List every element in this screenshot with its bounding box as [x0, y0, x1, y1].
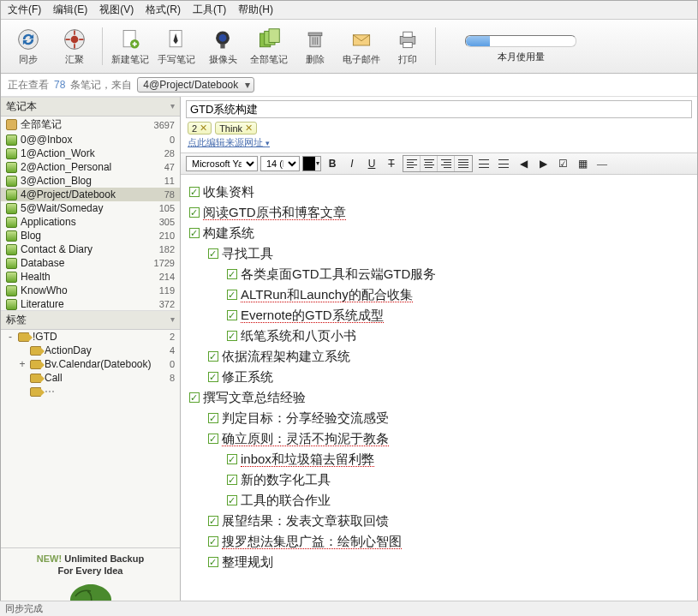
- outline-item[interactable]: 寻找工具: [208, 243, 689, 264]
- checkbox-icon[interactable]: [208, 536, 218, 547]
- align-center-button[interactable]: [421, 156, 438, 171]
- notebook-item[interactable]: 全部笔记3697: [1, 117, 180, 133]
- checkbox-icon[interactable]: [189, 187, 200, 197]
- print-button[interactable]: 打印: [385, 23, 430, 69]
- notebook-item[interactable]: Database1729: [1, 256, 180, 270]
- tag-item[interactable]: -!GTD2: [1, 330, 180, 344]
- tag-item[interactable]: ActionDay4: [1, 344, 180, 357]
- notebook-selector[interactable]: 4@Project/Datebook: [137, 77, 254, 93]
- email-button[interactable]: 电子邮件: [339, 23, 384, 69]
- notebook-item[interactable]: Blog210: [1, 229, 180, 242]
- checkbox-icon[interactable]: [227, 495, 237, 505]
- notebook-item[interactable]: 4@Project/Datebook78: [1, 188, 180, 201]
- align-justify-button[interactable]: [455, 156, 472, 171]
- checkbox-icon[interactable]: [189, 228, 200, 238]
- notebooks-header[interactable]: 笔记本▾: [1, 97, 180, 117]
- notebook-item[interactable]: 0@@Inbox0: [1, 133, 180, 147]
- tags-header[interactable]: 标签▾: [1, 310, 180, 330]
- outline-item[interactable]: Evernote的GTD系统成型: [227, 305, 689, 326]
- outline-item[interactable]: inbox和垃圾箱去留利弊: [227, 449, 689, 469]
- outline-item[interactable]: 收集资料: [189, 182, 689, 202]
- menu-tools[interactable]: 工具(T): [193, 3, 226, 17]
- outline-item[interactable]: ALTRun和Launchy的配合收集: [227, 284, 689, 305]
- note-title-input[interactable]: [186, 100, 692, 118]
- align-left-button[interactable]: [403, 156, 421, 171]
- notebook-item[interactable]: 1@Action_Work28: [1, 147, 180, 160]
- outline-item[interactable]: 展望结果：发表文章获取回馈: [208, 511, 689, 531]
- notebook-item[interactable]: KnowWho119: [1, 284, 180, 297]
- delete-button[interactable]: 删除: [293, 23, 337, 69]
- usage-bar[interactable]: [465, 35, 576, 47]
- font-size-select[interactable]: 14 (l: [260, 156, 300, 171]
- menu-view[interactable]: 视图(V): [99, 3, 134, 17]
- outline-item[interactable]: 搜罗想法集思广益：绘制心智图: [208, 531, 689, 552]
- outline-item[interactable]: 工具的联合作业: [227, 490, 689, 511]
- checkbox-icon[interactable]: [208, 248, 218, 259]
- checkbox-button[interactable]: ☑: [554, 156, 571, 171]
- menu-help[interactable]: 帮助(H): [238, 3, 273, 17]
- notebook-item[interactable]: 5@Wait/Someday105: [1, 201, 180, 215]
- notebook-item[interactable]: 3@Action_Blog11: [1, 174, 180, 188]
- tag-item[interactable]: Call8: [1, 371, 180, 385]
- outline-item[interactable]: 确立原则：灵活不拘泥于教条: [208, 428, 689, 449]
- menu-format[interactable]: 格式(R): [146, 3, 181, 17]
- font-family-select[interactable]: Microsoft Ya: [186, 156, 258, 171]
- strike-button[interactable]: T: [383, 156, 400, 171]
- tag-pill[interactable]: Think✕: [215, 122, 257, 135]
- checkbox-icon[interactable]: [227, 331, 237, 341]
- tag-item[interactable]: +Bv.Calendar(Datebook)0: [1, 357, 180, 371]
- checkbox-icon[interactable]: [227, 290, 237, 300]
- checkbox-icon[interactable]: [227, 454, 237, 464]
- checkbox-icon[interactable]: [208, 557, 218, 567]
- checkbox-icon[interactable]: [227, 475, 237, 485]
- checkbox-icon[interactable]: [208, 372, 218, 382]
- outline-item[interactable]: 阅读GTD原书和博客文章: [189, 202, 689, 223]
- menu-edit[interactable]: 编辑(E): [53, 3, 87, 17]
- indent-button[interactable]: ▶: [534, 156, 552, 171]
- notebook-item[interactable]: 2@Action_Personal47: [1, 160, 180, 174]
- bullet-list-button[interactable]: [475, 156, 492, 171]
- remove-tag-icon[interactable]: ✕: [245, 123, 253, 134]
- italic-button[interactable]: I: [343, 156, 361, 171]
- sync-button[interactable]: 同步: [6, 23, 51, 69]
- camera-button[interactable]: 摄像头: [200, 23, 245, 69]
- outline-item[interactable]: 各类桌面GTD工具和云端GTD服务: [227, 264, 689, 284]
- table-button[interactable]: ▦: [574, 156, 591, 171]
- outline-item[interactable]: 新的数字化工具: [227, 469, 689, 490]
- notebook-item[interactable]: Applications305: [1, 215, 180, 229]
- menu-file[interactable]: 文件(F): [8, 3, 41, 17]
- checkbox-icon[interactable]: [208, 434, 218, 444]
- bold-button[interactable]: B: [324, 156, 341, 171]
- outline-item[interactable]: 修正系统: [208, 367, 689, 387]
- outline-item[interactable]: 整理规划: [208, 552, 689, 572]
- outline-item[interactable]: 判定目标：分享经验交流感受: [208, 408, 689, 428]
- expand-icon[interactable]: +: [18, 358, 27, 370]
- checkbox-icon[interactable]: [208, 516, 218, 526]
- edit-source-url-link[interactable]: 点此编辑来源网址 ▾: [188, 137, 270, 147]
- notebook-item[interactable]: Literature372: [1, 297, 180, 310]
- expand-icon[interactable]: -: [6, 331, 15, 343]
- note-editor[interactable]: 收集资料阅读GTD原书和博客文章构建系统寻找工具各类桌面GTD工具和云端GTD服…: [181, 175, 697, 616]
- font-color-button[interactable]: ▾: [302, 156, 321, 171]
- checkbox-icon[interactable]: [227, 310, 237, 320]
- outdent-button[interactable]: ◀: [515, 156, 532, 171]
- outline-item[interactable]: 撰写文章总结经验: [189, 387, 689, 408]
- gather-button[interactable]: 汇聚: [52, 23, 97, 69]
- hr-button[interactable]: —: [594, 156, 611, 171]
- outline-item[interactable]: 纸笔系统和八页小书: [227, 326, 689, 346]
- align-right-button[interactable]: [438, 156, 455, 171]
- notebook-item[interactable]: Contact & Diary182: [1, 242, 180, 256]
- new-note-button[interactable]: 新建笔记: [108, 23, 152, 69]
- all-notes-button[interactable]: 全部笔记: [247, 23, 291, 69]
- tag-item[interactable]: ⋯: [1, 385, 180, 398]
- underline-button[interactable]: U: [363, 156, 380, 171]
- outline-item[interactable]: 构建系统: [189, 223, 689, 243]
- number-list-button[interactable]: [495, 156, 512, 171]
- checkbox-icon[interactable]: [208, 351, 218, 362]
- tag-pill[interactable]: 2✕: [188, 122, 212, 135]
- checkbox-icon[interactable]: [189, 207, 200, 218]
- ink-note-button[interactable]: 手写笔记: [154, 23, 199, 69]
- checkbox-icon[interactable]: [189, 392, 200, 403]
- checkbox-icon[interactable]: [208, 413, 218, 423]
- notebook-item[interactable]: Health214: [1, 270, 180, 284]
